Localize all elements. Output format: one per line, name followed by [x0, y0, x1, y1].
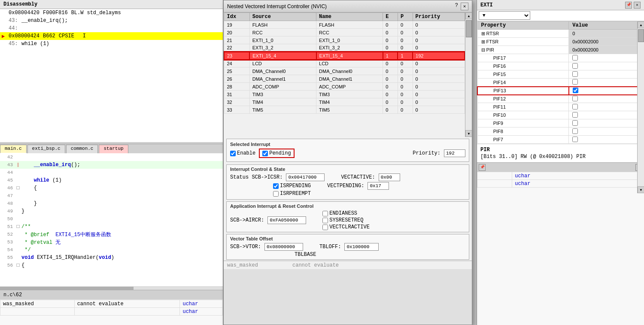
exti-scroll-up[interactable]: ▲ [638, 21, 644, 28]
prop-row-PIF13[interactable]: PIF13 [477, 87, 644, 95]
nvic-row-24[interactable]: 24LCDLCD000 [224, 60, 465, 67]
nvic-controls: ? ✕ [455, 3, 468, 10]
tab-common[interactable]: common.c [66, 145, 98, 153]
collapse-46[interactable]: □ [15, 185, 21, 191]
nvic-table-scroll[interactable]: Idx Source Name E P Priority 19FLASHFLAS… [224, 12, 472, 137]
exti-scroll-thumb[interactable] [638, 29, 644, 42]
prop-value-PIF10[interactable] [569, 111, 644, 119]
vectactive-input[interactable] [379, 173, 400, 181]
pif-checkbox-PIF7[interactable] [572, 137, 578, 142]
nvic-cell-25-3: 0 [383, 67, 398, 75]
prop-name-PIF15: PIF15 [477, 70, 569, 79]
tab-main[interactable]: main.c [0, 145, 27, 153]
exti-scroll-down[interactable]: ▼ [638, 186, 644, 193]
nvic-row-22[interactable]: 22EXTI_3_2EXTI_3_2000 [224, 44, 465, 52]
isrpreempt-item[interactable]: ISRPREEMPT [273, 191, 311, 197]
priority-input[interactable] [444, 149, 465, 157]
pif-checkbox-PIF16[interactable] [572, 63, 578, 69]
enable-checkbox[interactable] [230, 151, 236, 156]
prop-row-PIF16[interactable]: PIF16 [477, 62, 644, 70]
pif-checkbox-PIF17[interactable] [572, 55, 578, 61]
prop-row-PIF11[interactable]: PIF11 [477, 103, 644, 111]
scroll-up-btn[interactable]: ▲ [465, 12, 472, 19]
vectclr-checkbox[interactable] [322, 225, 328, 230]
aircr-input[interactable] [267, 216, 306, 224]
nvic-row-20[interactable]: 20RCCRCC000 [224, 29, 465, 36]
prop-value-PIF15[interactable] [569, 70, 644, 79]
prop-row-PIF9[interactable]: PIF9 [477, 119, 644, 128]
nvic-row-19[interactable]: 19FLASHFLASH000 [224, 21, 465, 29]
exti-pin-btn[interactable]: 📌 [625, 2, 632, 9]
code-line-51: 51 □ /** [0, 223, 223, 231]
exti-close-btn[interactable]: ✕ [634, 2, 641, 9]
enable-checkbox-item[interactable]: Enable [230, 150, 255, 156]
exti-scrollbar[interactable]: ▲ ▼ [637, 21, 644, 193]
prop-value-PIF14[interactable] [569, 79, 644, 87]
nvic-cell-20-5: 0 [413, 29, 465, 36]
pending-checkbox[interactable] [262, 151, 268, 156]
scroll-thumb-nvic[interactable] [466, 20, 472, 37]
nvic-row-23[interactable]: 23EXTI_15_4EXTI_15_411192 [224, 52, 465, 60]
sysreset-item[interactable]: SYSRESETREQ [322, 217, 370, 223]
endianess-checkbox[interactable] [322, 211, 328, 216]
prop-value-PIF8[interactable] [569, 128, 644, 136]
tab-exti-bsp[interactable]: exti_bsp.c [27, 145, 65, 153]
pif-checkbox-PIF15[interactable] [572, 71, 578, 77]
collapse-51[interactable]: □ [15, 224, 21, 230]
nvic-row-28[interactable]: 28ADC_COMPADC_COMP000 [224, 83, 465, 91]
tbloff-input[interactable] [344, 243, 379, 251]
hscroll[interactable] [0, 286, 223, 290]
nvic-row-33[interactable]: 33TIM5TIM5000 [224, 106, 465, 114]
nvic-close-btn[interactable]: ✕ [461, 3, 468, 10]
vectpending-input[interactable] [368, 182, 389, 190]
pif-checkbox-PIF13[interactable] [573, 88, 578, 93]
prop-value-PIF11[interactable] [569, 103, 644, 111]
selected-interrupt-section: Selected Interrupt Enable Pending Priori… [226, 139, 469, 162]
prop-row-PIF8[interactable]: PIF8 [477, 128, 644, 136]
nvic-row-31[interactable]: 31TIM3TIM3000 [224, 91, 465, 98]
sysreset-checkbox[interactable] [322, 218, 328, 223]
prop-row-PIF10[interactable]: PIF10 [477, 111, 644, 119]
pif-checkbox-PIF8[interactable] [572, 128, 578, 134]
pif-checkbox-PIF12[interactable] [572, 96, 578, 101]
vtor-input[interactable] [264, 243, 303, 251]
prop-value-PIF7[interactable] [569, 136, 644, 144]
disasm-line-2: 43: __enable_irq(); [0, 17, 223, 24]
nvic-row-21[interactable]: 21EXTI_1_0EXTI_1_0000 [224, 36, 465, 44]
exti-dropdown[interactable]: ▼ [479, 11, 530, 20]
nvic-scrollbar[interactable]: ▲ ▼ [465, 12, 472, 137]
collapse-56[interactable]: □ [15, 262, 21, 268]
prop-value-PIF9[interactable] [569, 119, 644, 128]
linenum-51: 51 [1, 224, 13, 229]
prop-row-PIF12[interactable]: PIF12 [477, 95, 644, 103]
pif-checkbox-PIF14[interactable] [572, 79, 578, 85]
nvic-row-25[interactable]: 25DMA_Channel0DMA_Channel0000 [224, 67, 465, 75]
nvic-cell-31-4: 0 [398, 91, 413, 98]
pif-checkbox-PIF9[interactable] [572, 120, 578, 126]
prop-value-PIF16[interactable] [569, 62, 644, 70]
tab-startup[interactable]: startup [99, 145, 128, 153]
prop-value-PIF12[interactable] [569, 95, 644, 103]
linenum-55: 55 [1, 255, 13, 260]
isrpending-checkbox[interactable] [273, 183, 279, 189]
nvic-help-btn[interactable]: ? [455, 3, 458, 10]
isrpreempt-checkbox[interactable] [273, 191, 279, 197]
code-content-53: * @retval 无 [21, 239, 61, 246]
endianess-item[interactable]: ENDIANESS [322, 210, 370, 216]
scroll-down-btn[interactable]: ▼ [465, 130, 472, 137]
pif-checkbox-PIF10[interactable] [572, 112, 578, 118]
prop-row-PIF14[interactable]: PIF14 [477, 79, 644, 87]
vectclr-item[interactable]: VECTCLRACTIVE [322, 224, 370, 230]
nvic-cell-24-4: 0 [398, 60, 413, 67]
icsr-input[interactable] [286, 173, 325, 181]
prop-value-PIF13[interactable] [569, 87, 644, 95]
exti-bottom-pin[interactable]: 📌 [479, 164, 486, 171]
isrpending-item[interactable]: ISRPENDING [273, 183, 311, 189]
prop-row-PIF15[interactable]: PIF15 [477, 70, 644, 79]
nvic-row-32[interactable]: 32TIM4TIM4000 [224, 98, 465, 106]
nvic-row-26[interactable]: 26DMA_Channel1DMA_Channel1000 [224, 75, 465, 83]
prop-value-PIF17[interactable] [569, 54, 644, 62]
prop-row-PIF17[interactable]: PIF17 [477, 54, 644, 62]
pif-checkbox-PIF11[interactable] [572, 104, 578, 109]
prop-row-PIF7[interactable]: PIF7 [477, 136, 644, 144]
